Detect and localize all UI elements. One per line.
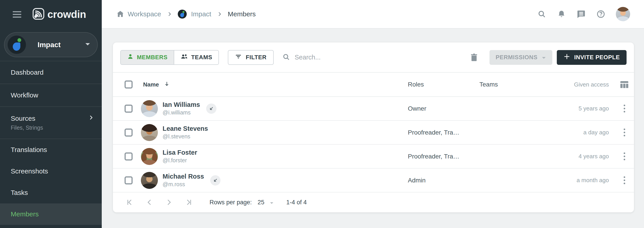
- filter-button-label: FILTER: [246, 54, 266, 61]
- filter-button[interactable]: FILTER: [228, 50, 274, 65]
- breadcrumb-workspace[interactable]: Workspace: [128, 10, 161, 18]
- topbar-actions: [537, 7, 630, 21]
- help-icon[interactable]: [596, 10, 606, 19]
- column-header-given-access: Given access: [542, 81, 609, 88]
- invite-people-label: INVITE PEOPLE: [574, 54, 620, 61]
- tab-members[interactable]: MEMBERS: [121, 50, 174, 64]
- sidebar-item-label: Screenshots: [11, 168, 48, 175]
- sidebar-item-label: Translations: [11, 146, 47, 154]
- home-icon[interactable]: [116, 10, 125, 19]
- project-switcher[interactable]: Impact: [4, 32, 98, 57]
- login-as-user-badge[interactable]: [206, 104, 216, 114]
- sidebar-item-translations[interactable]: Translations: [0, 139, 102, 160]
- first-page-button[interactable]: [124, 197, 135, 208]
- member-roles: Owner: [408, 105, 480, 112]
- member-name[interactable]: Michael Ross: [162, 173, 204, 180]
- table-row: Lisa Foster @l.forster Proofreader, Tra……: [113, 144, 634, 168]
- members-toolbar: MEMBERS TEAMS FILTER: [113, 42, 634, 73]
- next-page-button[interactable]: [164, 197, 174, 208]
- sidebar-item-sources[interactable]: Sources Files, Strings: [0, 107, 102, 138]
- tab-teams[interactable]: TEAMS: [174, 50, 218, 64]
- row-menu-kebab-icon[interactable]: [622, 127, 626, 138]
- search-box: [282, 53, 429, 62]
- sidebar-item-label: Members: [11, 210, 39, 218]
- sidebar-item-dashboard[interactable]: Dashboard: [0, 61, 102, 84]
- chevron-right-icon: [88, 114, 94, 122]
- previous-page-button[interactable]: [144, 197, 154, 208]
- column-header-roles: Roles: [408, 81, 480, 88]
- select-all-checkbox[interactable]: [124, 80, 132, 88]
- member-roles: Admin: [408, 177, 480, 184]
- members-card: MEMBERS TEAMS FILTER: [113, 42, 634, 212]
- member-given-access: 5 years ago: [542, 105, 609, 112]
- sort-by-name[interactable]: Name: [143, 81, 170, 88]
- breadcrumb-current-page: Members: [228, 10, 256, 18]
- row-checkbox[interactable]: [124, 128, 132, 136]
- search-icon[interactable]: [537, 10, 546, 19]
- topbar-brand-area: crowdin: [0, 0, 102, 28]
- members-teams-tab-group: MEMBERS TEAMS: [120, 50, 219, 65]
- member-name[interactable]: Ian Williams: [162, 101, 200, 108]
- sidebar-item-sublabel: Files, Strings: [11, 124, 94, 131]
- tab-members-label: MEMBERS: [137, 54, 168, 61]
- permissions-button-label: PERMISSIONS: [496, 54, 538, 61]
- sidebar-item-label: Tasks: [11, 189, 28, 196]
- row-menu-kebab-icon[interactable]: [622, 151, 626, 162]
- member-given-access: a day ago: [542, 129, 609, 136]
- member-avatar[interactable]: [141, 148, 158, 165]
- member-username: @l.stevens: [162, 133, 208, 140]
- member-name[interactable]: Leane Stevens: [162, 125, 208, 132]
- chevron-down-icon: [270, 199, 274, 206]
- member-name[interactable]: Lisa Foster: [162, 149, 197, 156]
- member-avatar[interactable]: [141, 124, 158, 141]
- chevron-down-icon: [542, 54, 546, 61]
- row-checkbox[interactable]: [124, 104, 132, 113]
- member-avatar[interactable]: [141, 172, 158, 189]
- columns-settings-icon[interactable]: [620, 80, 629, 89]
- search-input[interactable]: [295, 54, 429, 61]
- breadcrumb-project[interactable]: Impact: [178, 10, 211, 18]
- member-roles: Proofreader, Tra…: [408, 153, 480, 160]
- row-menu-kebab-icon[interactable]: [622, 175, 626, 186]
- rows-per-page-select[interactable]: 25: [258, 199, 274, 206]
- user-avatar[interactable]: [616, 7, 630, 21]
- tab-teams-label: TEAMS: [191, 54, 212, 61]
- delete-trash-icon[interactable]: [469, 52, 479, 63]
- row-menu-kebab-icon[interactable]: [622, 103, 626, 114]
- sort-arrow-down-icon: [164, 81, 170, 88]
- messages-icon[interactable]: [576, 10, 586, 19]
- topbar: crowdin Workspace Impact Members: [0, 0, 644, 28]
- rows-per-page-value: 25: [258, 199, 264, 206]
- member-avatar[interactable]: [141, 100, 158, 117]
- pagination-bar: Rows per page: 25 1-4 of 4: [113, 192, 634, 212]
- main-content: MEMBERS TEAMS FILTER: [102, 28, 644, 228]
- sidebar-item-members[interactable]: Members: [0, 204, 102, 225]
- sidebar-item-label: Sources: [11, 115, 35, 122]
- plus-icon: [564, 53, 570, 62]
- pagination-range: 1-4 of 4: [286, 199, 307, 206]
- project-name: Impact: [38, 41, 85, 49]
- column-header-teams: Teams: [480, 81, 542, 88]
- topbar-main: Workspace Impact Members: [102, 0, 644, 28]
- sidebar-item-tasks[interactable]: Tasks: [0, 182, 102, 204]
- person-icon: [127, 53, 134, 62]
- chevron-down-icon: [85, 42, 90, 47]
- sidebar-item-screenshots[interactable]: Screenshots: [0, 160, 102, 182]
- member-username: @l.forster: [162, 157, 197, 164]
- chevron-right-icon: [166, 11, 172, 17]
- crowdin-logo[interactable]: crowdin: [32, 8, 86, 21]
- breadcrumb-project-label: Impact: [191, 10, 211, 18]
- notifications-bell-icon[interactable]: [557, 10, 566, 19]
- invite-people-button[interactable]: INVITE PEOPLE: [557, 50, 626, 65]
- impact-project-logo: [8, 36, 26, 54]
- search-icon: [282, 53, 290, 62]
- breadcrumb: Workspace Impact Members: [116, 10, 256, 19]
- sidebar-item-workflow[interactable]: Workflow: [0, 84, 102, 106]
- last-page-button[interactable]: [184, 197, 194, 208]
- menu-icon[interactable]: [13, 11, 21, 18]
- crowdin-mark-icon: [32, 8, 44, 21]
- permissions-button[interactable]: PERMISSIONS: [490, 50, 552, 65]
- row-checkbox[interactable]: [124, 176, 132, 184]
- login-as-user-badge[interactable]: [210, 175, 220, 186]
- row-checkbox[interactable]: [124, 152, 132, 160]
